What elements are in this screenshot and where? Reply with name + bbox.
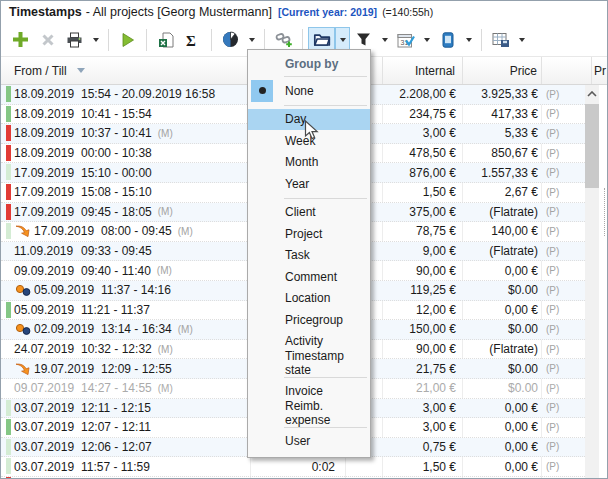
timestamp-time-range: 09:40 - 11:40 xyxy=(81,264,151,278)
start-timer-button[interactable] xyxy=(114,27,141,53)
calendar-icon: 31 xyxy=(397,32,415,48)
timestamp-date: 09.09.2019 xyxy=(14,264,81,278)
timestamp-date: 05.09.2019 xyxy=(34,283,101,297)
filter-dropdown-arrow[interactable] xyxy=(377,27,392,53)
manual-flag: (M) xyxy=(158,206,173,217)
status-stripe-pale xyxy=(6,223,11,239)
timestamp-date: 03.07.2019 xyxy=(14,440,81,454)
price-value: 0,00 € xyxy=(463,440,538,454)
scroll-up-button[interactable] xyxy=(585,85,599,102)
toolbar-separator xyxy=(302,29,303,51)
column-header-pflag[interactable] xyxy=(542,57,592,84)
chevron-up-icon xyxy=(587,91,597,97)
pricegroup-flag: (P) xyxy=(546,265,582,276)
menu-item-task[interactable]: Task xyxy=(248,245,370,267)
menu-item-label: Location xyxy=(285,291,330,305)
date-range-dropdown-arrow[interactable] xyxy=(419,27,434,53)
menu-header: Group by xyxy=(248,54,370,73)
pricegroup-flag: (P) xyxy=(546,363,582,374)
column-header-internal[interactable]: Internal xyxy=(383,57,463,84)
status-stripe-red xyxy=(6,145,11,161)
add-timestamp-button[interactable] xyxy=(7,27,34,53)
plus-icon xyxy=(12,31,29,48)
menu-item-pricegroup[interactable]: Pricegroup xyxy=(248,309,370,331)
timestamp-date: 18.09.2019 xyxy=(14,107,81,121)
price-value: $0.00 xyxy=(463,322,538,336)
menu-item-year[interactable]: Year xyxy=(248,173,370,195)
pricegroup-flag: (P) xyxy=(546,285,582,296)
radio-selected-icon xyxy=(251,80,273,102)
menu-item-label: Invoice xyxy=(285,384,323,398)
pricegroup-flag: (P) xyxy=(546,324,582,335)
chart-button[interactable] xyxy=(217,27,244,53)
price-value: 417,33 € xyxy=(463,107,538,121)
price-value: 1.557,33 € xyxy=(463,166,538,180)
price-value: (Flatrate) xyxy=(463,205,538,219)
price-value: 3.925,33 € xyxy=(463,87,538,101)
vertical-scrollbar[interactable] xyxy=(585,85,599,478)
pricegroup-flag: (P) xyxy=(546,383,582,394)
column-header-label: From / Till xyxy=(14,64,67,78)
menu-item-none[interactable]: None xyxy=(248,80,370,102)
menu-item-day[interactable]: Day xyxy=(248,109,370,131)
menu-item-reimb-expense[interactable]: Reimb. expense xyxy=(248,402,370,424)
timestamp-time-range: 12:07 - 12:11 xyxy=(81,420,151,434)
timestamp-time-range: 12:11 - 12:15 xyxy=(81,401,151,415)
menu-item-user[interactable]: User xyxy=(248,431,370,453)
price-value: $0.00 xyxy=(463,283,538,297)
print-button[interactable] xyxy=(61,27,88,53)
linked-balls-icon xyxy=(12,284,34,297)
menu-item-month[interactable]: Month xyxy=(248,152,370,174)
pricegroup-flag: (P) xyxy=(546,226,582,237)
date-range-button[interactable]: 31 xyxy=(392,27,419,53)
timestamp-time-range: 11:37 - 14:16 xyxy=(101,283,171,297)
manual-flag: (M) xyxy=(158,383,173,394)
excel-icon xyxy=(158,32,174,48)
timestamp-date: 18.09.2019 xyxy=(14,146,81,160)
mobile-sync-dropdown-arrow[interactable] xyxy=(461,27,476,53)
mobile-sync-button[interactable] xyxy=(434,27,461,53)
timestamp-row[interactable]: 03.07.201911:57 - 11:590:021,50 €0,00 €(… xyxy=(1,457,607,477)
price-value: (Flatrate) xyxy=(463,244,538,258)
menu-item-comment[interactable]: Comment xyxy=(248,266,370,288)
column-header-price[interactable]: Price xyxy=(463,57,542,84)
status-stripe-red xyxy=(6,184,11,200)
column-gridline-dotted xyxy=(604,188,605,236)
timestamp-duration: 0:02 xyxy=(251,460,335,474)
timestamp-time-range: 14:27 - 14:55 xyxy=(81,381,152,395)
column-header-label: Pr xyxy=(594,64,606,78)
pricegroup-flag: (P) xyxy=(546,402,582,413)
sigma-icon: Σ xyxy=(186,32,199,48)
status-stripe-pale xyxy=(6,439,11,455)
timestamp-time-range: 15:54 - 20.09.2019 16:58 xyxy=(81,87,215,101)
column-header-from-till[interactable]: From / Till xyxy=(1,57,251,84)
pricegroup-flag: (P) xyxy=(546,148,582,159)
menu-item-timestamp-state[interactable]: Timestamp state xyxy=(248,352,370,374)
table-layout-dropdown-arrow[interactable] xyxy=(514,27,529,53)
menu-item-location[interactable]: Location xyxy=(248,288,370,310)
scrollbar-thumb[interactable] xyxy=(585,104,599,188)
cross-icon xyxy=(41,33,55,47)
timestamp-time-range: 09:45 - 18:05 xyxy=(81,205,152,219)
menu-item-client[interactable]: Client xyxy=(248,202,370,224)
column-header-pr-cut[interactable]: Pr xyxy=(592,57,608,84)
menu-item-label: Pricegroup xyxy=(285,313,343,327)
sort-desc-icon xyxy=(77,68,85,73)
menu-item-week[interactable]: Week xyxy=(248,130,370,152)
menu-item-project[interactable]: Project xyxy=(248,223,370,245)
delete-timestamp-button[interactable] xyxy=(34,27,61,53)
pricegroup-flag: (P) xyxy=(546,344,582,355)
timestamp-time-range: 10:41 - 15:54 xyxy=(81,107,152,121)
price-value: $0.00 xyxy=(463,362,538,376)
table-layout-button[interactable] xyxy=(487,27,514,53)
timestamp-time-range: 08:00 - 09:45 xyxy=(101,224,172,238)
timestamp-time-range: 12:09 - 12:55 xyxy=(101,362,172,376)
excel-export-button[interactable] xyxy=(152,27,179,53)
transfer-arrow-icon xyxy=(12,224,34,238)
menu-item-label: Month xyxy=(285,155,318,169)
pricegroup-flag: (P) xyxy=(546,89,582,100)
total-hours-label: (=140:55h) xyxy=(382,6,433,18)
print-dropdown-arrow[interactable] xyxy=(88,27,103,53)
sum-button[interactable]: Σ xyxy=(179,27,206,53)
column-header-label: Internal xyxy=(415,64,455,78)
